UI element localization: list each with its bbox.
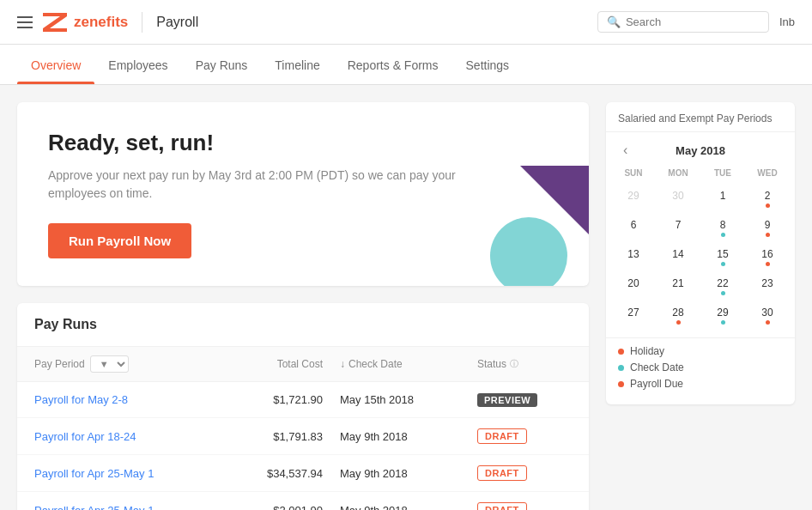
header-left: zenefits Payroll — [17, 12, 198, 33]
calendar-prev-button[interactable]: ‹ — [618, 141, 633, 160]
day-number: 1 — [704, 190, 742, 202]
tab-settings[interactable]: Settings — [452, 45, 524, 84]
calendar-dot-red — [766, 262, 770, 266]
calendar-dot-teal — [721, 320, 725, 325]
day-number: 7 — [659, 219, 697, 231]
day-name-wed: WED — [745, 165, 790, 181]
calendar-weeks: 2930126789131415162021222327282930 — [611, 185, 790, 329]
tab-reports-forms[interactable]: Reports & Forms — [334, 45, 452, 84]
calendar-days-header: SUN MON TUE WED — [611, 165, 790, 181]
calendar-day-cell[interactable]: 30 — [745, 301, 790, 329]
calendar-day-cell[interactable]: 14 — [656, 243, 700, 270]
calendar-day-cell[interactable]: 28 — [656, 301, 700, 329]
check-date-cell: May 9th 2018 — [340, 430, 477, 443]
hamburger-menu[interactable] — [17, 16, 33, 28]
right-panel: Salaried and Exempt Pay Periods ‹ May 20… — [606, 102, 795, 510]
day-number: 6 — [615, 219, 652, 231]
tab-employees[interactable]: Employees — [94, 45, 181, 84]
calendar-nav: ‹ May 2018 › — [606, 132, 795, 165]
calendar-day-cell[interactable]: 21 — [656, 272, 700, 300]
pay-period-link[interactable]: Payroll for May 2-8 — [34, 393, 220, 406]
search-input[interactable] — [626, 15, 760, 28]
inbox-button[interactable]: Inb — [779, 15, 795, 28]
day-number: 13 — [615, 248, 652, 260]
hero-card: Ready, set, run! Approve your next pay r… — [17, 102, 589, 286]
calendar-day-cell[interactable]: 2 — [745, 185, 790, 212]
pay-period-label: Pay Period — [34, 358, 85, 370]
status-cell: PREVIEW — [477, 392, 572, 407]
calendar-day-cell[interactable]: 7 — [656, 214, 700, 241]
status-info-icon: ⓘ — [510, 358, 518, 370]
calendar-day-cell[interactable]: 23 — [745, 272, 790, 300]
tab-timeline[interactable]: Timeline — [261, 45, 333, 84]
svg-point-2 — [490, 217, 567, 286]
status-cell: DRAFT — [477, 428, 572, 444]
calendar-grid: SUN MON TUE WED 293012678913141516202122… — [606, 165, 795, 337]
pay-runs-table-body: Payroll for May 2-8 $1,721.90 May 15th 2… — [17, 382, 589, 510]
day-number: 27 — [615, 307, 652, 319]
day-number: 9 — [748, 219, 786, 231]
calendar-day-cell[interactable]: 8 — [700, 214, 745, 241]
calendar-day-cell[interactable]: 29 — [700, 301, 745, 329]
day-number: 15 — [704, 248, 742, 260]
day-number: 23 — [748, 277, 786, 289]
calendar-dot-red — [766, 320, 770, 325]
day-number: 2 — [748, 190, 786, 202]
status-cell: DRAFT — [477, 502, 572, 510]
header: zenefits Payroll 🔍 Inb — [0, 0, 812, 45]
brand-name: zenefits — [74, 14, 128, 31]
calendar-next-button[interactable]: › — [768, 141, 783, 160]
day-number: 8 — [704, 219, 742, 231]
total-cost-cell: $34,537.94 — [220, 467, 340, 480]
calendar-day-cell[interactable]: 22 — [700, 272, 745, 300]
calendar-week: 27282930 — [611, 301, 790, 329]
day-name-sun: SUN — [611, 165, 656, 181]
status-badge: DRAFT — [477, 502, 527, 510]
logo-divider — [142, 12, 142, 33]
pay-period-filter-dropdown[interactable]: ▼ — [90, 355, 129, 373]
run-payroll-button[interactable]: Run Payroll Now — [48, 223, 191, 258]
calendar-day-cell[interactable]: 16 — [745, 243, 790, 270]
hero-decoration — [469, 166, 589, 286]
calendar-dot-red — [766, 233, 770, 237]
tab-pay-runs[interactable]: Pay Runs — [182, 45, 262, 84]
pay-runs-header: Pay Runs — [17, 303, 589, 347]
pay-period-link[interactable]: Payroll for Apr 18-24 — [34, 430, 220, 443]
day-number: 30 — [748, 307, 786, 319]
status-label: Status — [477, 358, 506, 370]
legend-label: Payroll Due — [630, 378, 683, 390]
day-name-tue: TUE — [700, 165, 745, 181]
status-cell: DRAFT — [477, 465, 572, 481]
calendar-day-cell[interactable]: 29 — [611, 185, 656, 212]
calendar-day-cell[interactable]: 30 — [656, 185, 700, 212]
day-number: 30 — [659, 190, 697, 202]
search-icon: 🔍 — [607, 15, 621, 28]
calendar-day-cell[interactable]: 6 — [611, 214, 656, 241]
status-column-header: Status ⓘ — [477, 358, 572, 370]
left-panel: Ready, set, run! Approve your next pay r… — [17, 102, 589, 510]
check-date-cell: May 15th 2018 — [340, 393, 477, 406]
total-cost-column-header: Total Cost — [220, 358, 340, 370]
day-name-mon: MON — [656, 165, 700, 181]
check-date-cell: May 9th 2018 — [340, 467, 477, 480]
calendar-day-cell[interactable]: 20 — [611, 272, 656, 300]
check-date-column-header: ↓ Check Date — [340, 358, 477, 370]
legend-item: Check Date — [618, 361, 783, 373]
calendar-day-cell[interactable]: 15 — [700, 243, 745, 270]
calendar-day-cell[interactable]: 9 — [745, 214, 790, 241]
calendar-day-cell[interactable]: 13 — [611, 243, 656, 270]
pay-period-link[interactable]: Payroll for Apr 25-May 1 — [34, 504, 220, 511]
search-box[interactable]: 🔍 — [597, 11, 769, 33]
calendar-day-cell[interactable]: 27 — [611, 301, 656, 329]
table-row: Payroll for Apr 25-May 1 $2,001.90 May 9… — [17, 492, 589, 510]
calendar-day-cell[interactable]: 1 — [700, 185, 745, 212]
day-number: 28 — [659, 307, 697, 319]
calendar-legend: Holiday Check Date Payroll Due — [606, 337, 795, 404]
day-number: 20 — [615, 277, 652, 289]
legend-dot — [618, 381, 624, 387]
pay-period-link[interactable]: Payroll for Apr 25-May 1 — [34, 467, 220, 480]
header-right: 🔍 Inb — [597, 11, 795, 33]
tab-overview[interactable]: Overview — [17, 45, 94, 84]
hero-subtitle: Approve your next pay run by May 3rd at … — [48, 167, 460, 203]
check-date-label: Check Date — [348, 358, 403, 370]
